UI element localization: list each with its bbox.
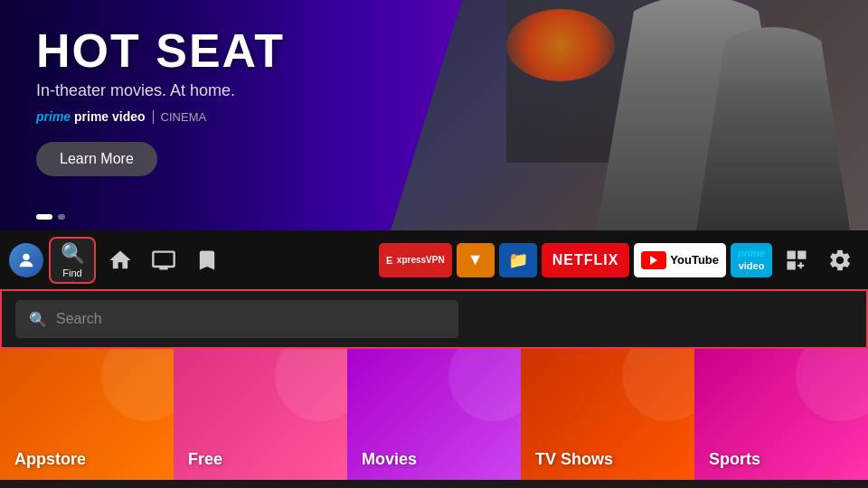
- settings-button[interactable]: [821, 241, 859, 279]
- expressvpn-label: E: [386, 255, 393, 266]
- cat-label-movies: Movies: [362, 450, 417, 469]
- prime-video-logo: prime prime video: [36, 109, 146, 124]
- netflix-label: NETFLIX: [552, 252, 619, 268]
- hero-brand: prime prime video CINEMA: [36, 109, 285, 124]
- file-manager-app[interactable]: 📁: [499, 243, 537, 277]
- youtube-play-icon: [641, 251, 666, 269]
- cat-label-appstore: Appstore: [14, 450, 86, 469]
- hero-explosion: [506, 9, 615, 81]
- bookmark-button[interactable]: [188, 241, 226, 279]
- cat-circle-deco: [448, 349, 521, 421]
- search-icon: 🔍: [61, 242, 85, 266]
- prime-video-app[interactable]: primevideo: [731, 243, 772, 277]
- hero-subtitle: In-theater movies. At home.: [36, 81, 285, 100]
- prime-video-label: primevideo: [738, 248, 765, 271]
- downloader-icon: [466, 250, 486, 270]
- category-sports[interactable]: Sports: [694, 349, 868, 480]
- user-avatar[interactable]: [9, 243, 43, 277]
- learn-more-button[interactable]: Learn More: [36, 142, 157, 176]
- cat-label-free: Free: [188, 450, 222, 469]
- cat-circle-deco: [101, 349, 174, 421]
- cat-label-tv-shows: TV Shows: [535, 450, 613, 469]
- hero-content: HOT SEAT In-theater movies. At home. pri…: [36, 27, 285, 176]
- expressvpn-app[interactable]: E xpressVPN: [379, 243, 452, 277]
- cat-label-sports: Sports: [709, 450, 760, 469]
- cinema-badge: CINEMA: [153, 110, 207, 124]
- category-appstore[interactable]: Appstore: [0, 349, 174, 480]
- cat-circle-deco: [796, 349, 868, 421]
- expressvpn-text: xpressVPN: [397, 255, 445, 265]
- search-input[interactable]: 🔍 Search: [15, 300, 458, 338]
- youtube-label: YouTube: [670, 253, 719, 267]
- category-free[interactable]: Free: [174, 349, 347, 480]
- grid-apps-button[interactable]: [778, 241, 816, 279]
- find-label: Find: [62, 267, 81, 278]
- youtube-app[interactable]: YouTube: [634, 243, 726, 277]
- dot-inactive: [58, 214, 65, 220]
- cat-circle-deco: [275, 349, 347, 421]
- nav-settings-area: [778, 241, 859, 279]
- find-button[interactable]: 🔍 Find: [49, 237, 96, 284]
- dot-active: [36, 214, 52, 220]
- netflix-app[interactable]: NETFLIX: [542, 243, 630, 277]
- svg-point-0: [23, 253, 29, 259]
- hero-image-area: [391, 0, 868, 230]
- tv-button[interactable]: [145, 241, 183, 279]
- search-placeholder-text: Search: [56, 311, 102, 327]
- hero-title: HOT SEAT: [36, 27, 285, 74]
- navigation-bar: 🔍 Find E xpressVPN 📁 N: [0, 230, 868, 289]
- search-input-icon: 🔍: [29, 311, 47, 328]
- hero-dots: [36, 214, 65, 220]
- app-icons-row: E xpressVPN 📁 NETFLIX YouTube primevideo: [379, 243, 772, 277]
- category-tiles: Appstore Free Movies TV Shows Sports: [0, 349, 868, 480]
- search-section: 🔍 Search: [0, 289, 868, 349]
- home-button[interactable]: [101, 241, 139, 279]
- category-movies[interactable]: Movies: [347, 349, 521, 480]
- cat-circle-deco: [622, 349, 694, 421]
- downloader-app[interactable]: [457, 243, 495, 277]
- hero-banner: HOT SEAT In-theater movies. At home. pri…: [0, 0, 868, 230]
- category-tv-shows[interactable]: TV Shows: [521, 349, 694, 480]
- file-manager-icon: 📁: [508, 250, 528, 270]
